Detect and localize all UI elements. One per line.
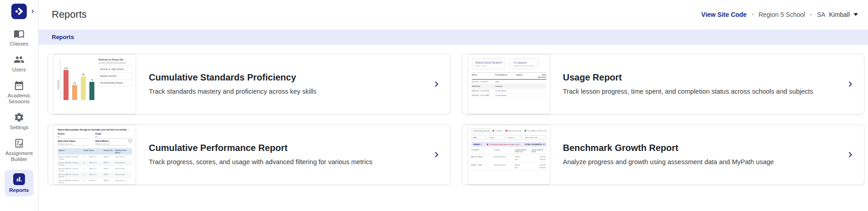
assignment-icon [14, 138, 25, 149]
school-name: Region 5 School [759, 11, 805, 18]
sidebar: Classes Users Academic Sessions Settings [0, 0, 39, 211]
bar-value: 63 [74, 82, 76, 85]
sidebar-item-assignment-builder[interactable]: Assignment Builder [3, 138, 35, 162]
student-meta: Grade Level 4 [476, 65, 502, 67]
col-header: Weeks [472, 74, 495, 78]
col-header: Class [89, 149, 103, 154]
school-list-item: Amelia Earhart School [99, 80, 132, 86]
sidebar-item-settings[interactable]: Settings [3, 112, 35, 131]
gear-icon [14, 112, 25, 123]
card-description: Track lesson progress, time spent, and c… [563, 87, 817, 96]
table-row: Brown, Caleb Demo Scholars WinterFall 12… [471, 162, 547, 171]
logo-arrow-icon [14, 6, 25, 17]
sidebar-item-classes[interactable]: Classes [3, 28, 35, 47]
user-menu[interactable]: SA Kimball [817, 11, 858, 18]
sidebar-item-label: Academic Sessions [3, 93, 35, 105]
benchmark-growth-thumbnail: Elementary School On Watch Approaching G… [468, 125, 550, 185]
user-name: Kimball [829, 11, 850, 18]
chevron-right-icon[interactable] [845, 149, 856, 160]
col-header: Subject [516, 74, 537, 78]
cell: Math [495, 80, 516, 83]
benchmark-mini-table: STUDENT CLASS ASSESSMENT WINDOW ASSESSME… [471, 148, 547, 171]
card-description: Track progress, scores, and usage with a… [149, 157, 403, 167]
standards-proficiency-thumbnail: Standards 125 63 98 75 Schools to Focus … [54, 54, 136, 114]
filter-grid: School All⌄ Grade All⌄ Select Row Values… [58, 133, 132, 146]
filter-value: All [95, 136, 97, 138]
lessons-summary-box: 4 Lessons Completed (Last 30 Days) [510, 58, 538, 69]
alert-dot [487, 144, 489, 146]
card-title: Usage Report [563, 72, 836, 83]
card-text: Cumulative Performance Report Track prog… [149, 143, 431, 167]
sidebar-item-users[interactable]: Users [3, 54, 35, 73]
sidebar-item-label: Reports [3, 187, 35, 193]
breadcrumb-reports[interactable]: Reports [52, 34, 74, 40]
chevron-right-icon [29, 8, 36, 15]
bar-value: 125 [64, 67, 68, 70]
col-header: ASSESSMENT DATE [531, 149, 546, 153]
school-select: Elementary School [471, 128, 492, 133]
sidebar-item-label: Users [3, 67, 35, 73]
cell: Date/Time [472, 85, 495, 87]
topbar-right: View Site Code Region 5 School SA Kimbal… [701, 0, 858, 29]
table-row: Alvarez, Maria Demo Scholars WinterFall … [471, 154, 547, 162]
sidebar-nav: Classes Users Academic Sessions Settings [0, 28, 38, 196]
panel-title: Schools to Focus On [98, 58, 133, 61]
table-row: Arizona MyPath Training School4Math K-29… [58, 166, 132, 172]
cell: Lessons [495, 85, 516, 87]
view-site-code-link[interactable]: View Site Code [701, 11, 747, 18]
app-logo[interactable] [11, 4, 27, 19]
sync-notice: Report data populates through an overnig… [58, 129, 132, 131]
sidebar-expand-button[interactable] [29, 8, 36, 15]
card-usage-report[interactable]: Maria Elena Student Grade Level 4 4 Less… [462, 54, 865, 115]
col-header: Grade [83, 149, 89, 154]
col-header: Period Weeks [495, 74, 516, 78]
chevron-right-icon[interactable] [431, 79, 442, 90]
topbar: Reports View Site Code Region 5 School S… [39, 0, 868, 30]
card-text: Benchmark Growth Report Analyze progress… [563, 143, 845, 167]
school-list-item: Bayfarm School [99, 73, 132, 80]
table-row: Arizona MyPath Training School4Math K-29… [58, 161, 132, 166]
filter-value: Multiple selections [95, 143, 110, 145]
col-header: Student User Name [115, 149, 131, 154]
col-header: CLASS [494, 149, 515, 153]
dot-separator [752, 14, 754, 15]
calendar-icon [14, 80, 25, 91]
sidebar-item-reports[interactable]: Reports [5, 170, 34, 196]
cell: 08/03/24, 9:15:03 PM [472, 90, 495, 92]
bar-value: 75 [91, 79, 93, 81]
card-benchmark-growth-report[interactable]: Elementary School On Watch Approaching G… [462, 124, 865, 185]
col-header: Total Activities [537, 74, 546, 78]
book-icon [14, 28, 25, 39]
card-title: Benchmark Growth Report [563, 143, 836, 153]
chevron-right-icon[interactable] [845, 79, 856, 90]
card-cumulative-performance-report[interactable]: Report data populates through an overnig… [48, 124, 451, 185]
chevron-right-icon[interactable] [431, 149, 442, 160]
student-summary-box: Maria Elena Student Grade Level 4 [472, 58, 506, 69]
bar-chart-icon [13, 173, 25, 185]
caret-down-icon [853, 13, 858, 16]
sidebar-item-label: Classes [3, 41, 35, 47]
col-header: School [59, 149, 83, 154]
sidebar-item-academic-sessions[interactable]: Academic Sessions [3, 80, 35, 105]
dot-separator [810, 14, 812, 15]
table-row: Arizona MyPath Training School4Math K-29… [58, 155, 132, 161]
cell: Lesson Name [495, 90, 516, 92]
col-header: ASSESSMENT WINDOW [515, 149, 532, 153]
card-text: Usage Report Track lesson progress, time… [563, 72, 845, 96]
cell: 08/01/24 - 07/31/25 * [472, 80, 495, 83]
sidebar-item-label: Assignment Builder [3, 151, 35, 162]
table-row: Arizona MyPath Training School4Math K-29… [58, 172, 132, 178]
thumb-focus-panel: Schools to Focus On Lowest Performing Sc… [98, 58, 133, 111]
card-title: Cumulative Performance Report [149, 143, 422, 153]
table-row: Arizona MyPath Training School4Math K-29… [58, 178, 132, 184]
lessons-count: 4 Lessons [513, 61, 534, 64]
grade-summary-row: GRADE 1 28 Students Are Below Grade Leve… [471, 142, 547, 147]
card-text: Cumulative Standards Proficiency Track s… [149, 72, 431, 96]
cell: Lesson Name [495, 94, 516, 96]
card-cumulative-standards-proficiency[interactable]: Standards 125 63 98 75 Schools to Focus … [48, 54, 451, 115]
reports-page: Classes Users Academic Sessions Settings [0, 0, 868, 211]
legend: On Watch Approaching Goal On or Above Gr… [493, 130, 547, 132]
usage-report-thumbnail: Maria Elena Student Grade Level 4 4 Less… [468, 54, 550, 114]
filter-value: All [58, 136, 59, 138]
user-initials: SA [817, 11, 825, 18]
